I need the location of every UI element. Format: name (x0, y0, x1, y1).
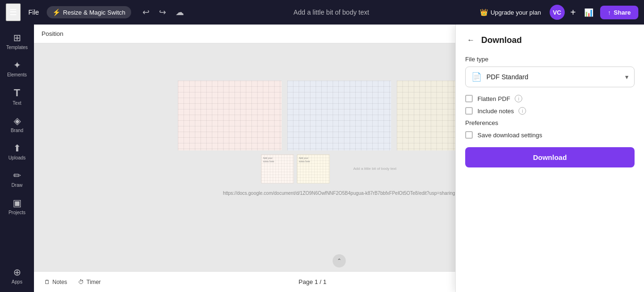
share-button[interactable]: ↑ Share (600, 6, 638, 19)
flatten-info-icon[interactable]: i (515, 95, 522, 102)
save-settings-label: Save download settings (477, 132, 542, 139)
upgrade-plan-button[interactable]: 👑 Upgrade your plan (475, 6, 546, 18)
page-card-blue[interactable] (287, 81, 391, 150)
include-notes-checkbox[interactable] (465, 107, 473, 115)
menu-button[interactable]: ☰ (6, 3, 21, 21)
bottom-left: 🗒 Notes ⏱ Timer (42, 277, 104, 287)
topbar-right: 👑 Upgrade your plan VC + 📊 ↑ Share (475, 5, 638, 20)
file-type-name: PDF Standard (486, 73, 620, 81)
position-label: Position (42, 30, 63, 37)
flatten-pdf-label: Flatten PDF (477, 95, 510, 102)
sidebar-item-uploads[interactable]: ⬆ Uploads (2, 139, 32, 164)
grid-lines-blue (287, 81, 391, 150)
sidebar-item-projects[interactable]: ▣ Projects (2, 193, 32, 219)
panel-back-button[interactable]: ← (465, 34, 477, 46)
include-notes-info-icon[interactable]: i (519, 107, 526, 115)
topbar-center: Add a little bit of body text (192, 8, 471, 16)
page-card-pink[interactable] (178, 81, 282, 150)
chevron-up-icon: ⌃ (337, 258, 342, 264)
include-notes-row: Include notes i (465, 107, 635, 115)
text-icon: T (14, 87, 20, 99)
file-type-selector[interactable]: 📄 PDF Standard ▾ (465, 67, 635, 87)
sidebar-item-draw[interactable]: ✏ Draw (2, 166, 32, 192)
templates-icon: ⊞ (13, 32, 21, 43)
apps-icon: ⊕ (13, 267, 21, 278)
timer-icon: ⏱ (78, 279, 84, 285)
flatten-pdf-checkbox[interactable] (465, 95, 473, 102)
preferences-label: Preferences (465, 119, 635, 126)
show-all-button[interactable]: ⌃ (333, 254, 346, 267)
grid-lines-pink (178, 81, 282, 150)
elements-icon: ✦ (13, 59, 21, 71)
avatar[interactable]: VC (550, 5, 565, 20)
canvas-pages (178, 81, 501, 150)
sidebar-item-brand[interactable]: ◈ Brand (2, 111, 32, 137)
notes-icon: 🗒 (44, 279, 50, 285)
sidebar: ⊞ Templates ✦ Elements T Text ◈ Brand ⬆ … (0, 25, 34, 292)
topbar-actions: ↩ ↪ ☁ (139, 4, 188, 20)
topbar-left: ☰ File ⚡ Resize & Magic Switch ↩ ↪ ☁ (6, 3, 188, 21)
body-text-placeholder: Add a little bit of body text (353, 167, 397, 171)
small-card-grid-2 (297, 155, 329, 183)
small-card-grid (261, 155, 293, 183)
panel-header: ← Download (465, 34, 635, 46)
pdf-icon: 📄 (471, 72, 482, 82)
notes-button[interactable]: 🗒 Notes (42, 277, 70, 287)
small-cards: Add yournotes here Add yournotes here Ad… (261, 154, 418, 184)
download-button[interactable]: Download (465, 147, 635, 167)
topbar: ☰ File ⚡ Resize & Magic Switch ↩ ↪ ☁ Add… (0, 0, 644, 25)
bottom-center: Page 1 / 1 (111, 278, 514, 285)
draw-icon: ✏ (13, 170, 21, 181)
download-panel: ← Download File type 📄 PDF Standard ▾ Fl… (455, 25, 644, 292)
file-type-label: File type (465, 56, 635, 63)
add-collaborator-button[interactable]: + (569, 5, 578, 20)
canvas-area: Position (34, 25, 644, 292)
timer-button[interactable]: ⏱ Timer (75, 277, 103, 287)
url-link: https://docs.google.com/document/d/1ZO9N… (223, 191, 455, 196)
sidebar-item-elements[interactable]: ✦ Elements (2, 56, 32, 81)
redo-button[interactable]: ↪ (155, 4, 170, 20)
share-icon: ↑ (608, 9, 611, 16)
sidebar-item-text[interactable]: T Text (2, 83, 32, 109)
resize-magic-switch-button[interactable]: ⚡ Resize & Magic Switch (47, 6, 131, 18)
file-menu-button[interactable]: File (25, 7, 43, 18)
stats-button[interactable]: 📊 (581, 5, 596, 20)
main-layout: ⊞ Templates ✦ Elements T Text ◈ Brand ⬆ … (0, 25, 644, 292)
small-card-yellow-note[interactable]: Add yournotes here (297, 154, 330, 184)
include-notes-label: Include notes (477, 108, 514, 115)
page-info: Page 1 / 1 (299, 278, 326, 285)
panel-title: Download (481, 35, 522, 45)
crown-icon: 👑 (480, 8, 488, 16)
back-icon: ← (467, 36, 475, 44)
cloud-save-button[interactable]: ☁ (172, 4, 188, 20)
document-title: Add a little bit of body text (293, 8, 369, 16)
sidebar-item-templates[interactable]: ⊞ Templates (2, 28, 32, 54)
chevron-down-icon: ▾ (625, 73, 628, 81)
save-settings-row: Save download settings (465, 131, 635, 139)
small-card-pink-note[interactable]: Add yournotes here (261, 154, 294, 184)
undo-button[interactable]: ↩ (139, 4, 153, 20)
brand-icon: ◈ (14, 115, 21, 126)
flatten-pdf-row: Flatten PDF i (465, 95, 635, 102)
magic-icon: ⚡ (52, 8, 60, 16)
save-download-settings-checkbox[interactable] (465, 131, 473, 139)
projects-icon: ▣ (13, 197, 22, 209)
sidebar-item-apps[interactable]: ⊕ Apps (2, 263, 32, 288)
uploads-icon: ⬆ (13, 142, 21, 154)
hamburger-icon: ☰ (9, 8, 17, 17)
